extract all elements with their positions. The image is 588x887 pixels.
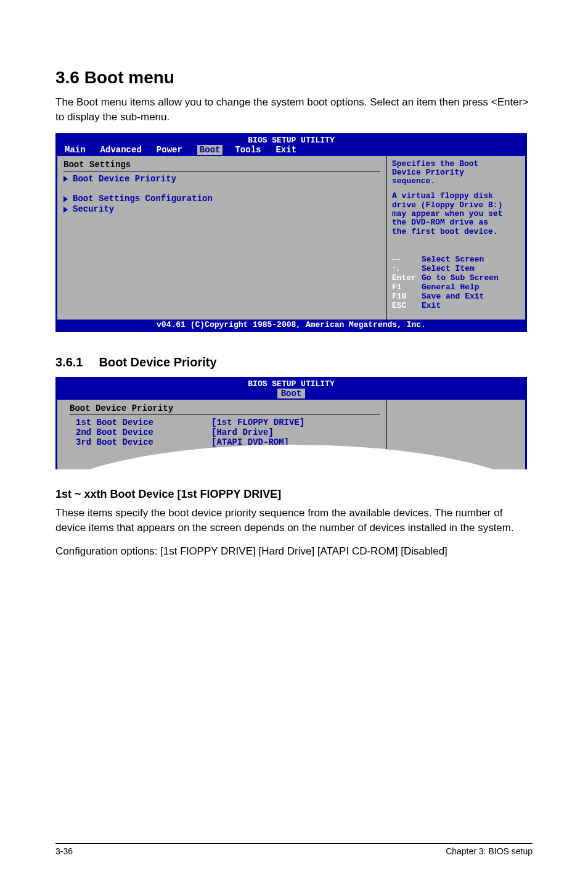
legend-key: ESC xyxy=(392,301,422,310)
legend-key: F1 xyxy=(392,283,422,292)
option-heading: 1st ~ xxth Boot Device [1st FlOPPY DRIVE… xyxy=(55,488,533,501)
submenu-icon xyxy=(63,207,68,213)
help-line: sequence. xyxy=(392,177,520,186)
subsection-title: Boot Device Priority xyxy=(99,355,216,369)
bios-help-panel: Specifies the Boot Device Priority seque… xyxy=(386,156,525,320)
menu-label: Boot Device Priority xyxy=(73,174,176,184)
legend-label: Save and Exit xyxy=(422,292,484,301)
legend-key: Enter xyxy=(392,273,422,283)
arrows-ud-icon xyxy=(392,264,422,273)
submenu-icon xyxy=(63,196,68,202)
intro-paragraph: The Boot menu items allow you to change … xyxy=(55,95,533,125)
menu-security[interactable]: Security xyxy=(63,204,380,215)
menu-label: Boot Settings Configuration xyxy=(73,194,213,204)
page-number: 3-36 xyxy=(55,846,73,856)
tab-main[interactable]: Main xyxy=(65,145,100,155)
menu-boot-device-priority[interactable]: Boot Device Priority xyxy=(63,174,380,184)
row-value: [Hard Drive] xyxy=(211,427,274,437)
bios-screenshot-boot-menu: BIOS SETUP UTILITY Main Advanced Power B… xyxy=(55,133,527,332)
help-line: drive (Floppy Drive B:) xyxy=(392,201,520,210)
tab-power[interactable]: Power xyxy=(157,145,197,155)
tab-boot[interactable]: Boot xyxy=(197,145,223,155)
option-config-options: Configuration options: [1st FlOPPY DRIVE… xyxy=(55,544,533,559)
menu-label: Security xyxy=(73,204,114,215)
row-label: 3rd Boot Device xyxy=(76,437,211,447)
bios-tab-bar: Main Advanced Power Boot Tools Exit xyxy=(57,145,525,156)
legend-label: Go to Sub Screen xyxy=(422,273,499,283)
help-line: Specifies the Boot xyxy=(392,160,520,168)
help-line: Device Priority xyxy=(392,168,520,177)
page-footer: 3-36 Chapter 3: BIOS setup xyxy=(55,843,533,856)
tab-exit[interactable]: Exit xyxy=(276,145,311,155)
submenu-icon xyxy=(63,176,68,182)
help-line: may appear when you set xyxy=(392,210,520,218)
section-heading: 3.6 Boot menu xyxy=(55,68,533,88)
help-line: the first boot device. xyxy=(392,228,520,236)
boot-order-row[interactable]: 2nd Boot Device [Hard Drive] xyxy=(76,427,380,437)
legend-key: F10 xyxy=(392,292,422,301)
tab-tools[interactable]: Tools xyxy=(235,145,276,155)
chapter-label: Chapter 3: BIOS setup xyxy=(446,846,533,856)
legend-label: General Help xyxy=(422,283,480,292)
legend-label: Exit xyxy=(422,301,441,310)
subsection-number: 3.6.1 xyxy=(55,355,83,369)
tab-boot[interactable]: Boot xyxy=(277,389,306,398)
boot-settings-heading: Boot Settings xyxy=(63,160,380,170)
legend-label: Select Item xyxy=(422,264,475,273)
divider xyxy=(63,171,380,171)
key-legend: Select Screen Select Item EnterGo to Sub… xyxy=(392,255,520,310)
boot-order-row[interactable]: 1st Boot Device [1st FLOPPY DRIVE] xyxy=(76,418,380,427)
row-label: 2nd Boot Device xyxy=(76,427,211,437)
option-description: These items specify the boot device prio… xyxy=(55,506,533,535)
bios-copyright: v04.61 (C)Copyright 1985-2008, American … xyxy=(57,320,525,330)
arrows-lr-icon xyxy=(392,255,422,264)
help-line: A virtual floppy disk xyxy=(392,192,520,200)
subsection-heading: 3.6.1Boot Device Priority xyxy=(55,355,533,369)
bios-title: BIOS SETUP UTILITY xyxy=(57,135,525,145)
menu-boot-settings-configuration[interactable]: Boot Settings Configuration xyxy=(63,194,380,204)
panel-heading: Boot Device Priority xyxy=(70,403,380,413)
bios-screenshot-boot-device-priority: BIOS SETUP UTILITY Boot Boot Device Prio… xyxy=(55,377,527,469)
bios-tab-bar: Boot xyxy=(57,389,525,400)
legend-label: Select Screen xyxy=(422,255,484,264)
divider xyxy=(70,415,380,415)
bios-title: BIOS SETUP UTILITY xyxy=(57,379,525,389)
row-value: [1st FLOPPY DRIVE] xyxy=(211,418,304,427)
row-label: 1st Boot Device xyxy=(76,418,211,427)
tab-advanced[interactable]: Advanced xyxy=(100,145,157,155)
help-line: the DVD-ROM drive as xyxy=(392,218,520,227)
